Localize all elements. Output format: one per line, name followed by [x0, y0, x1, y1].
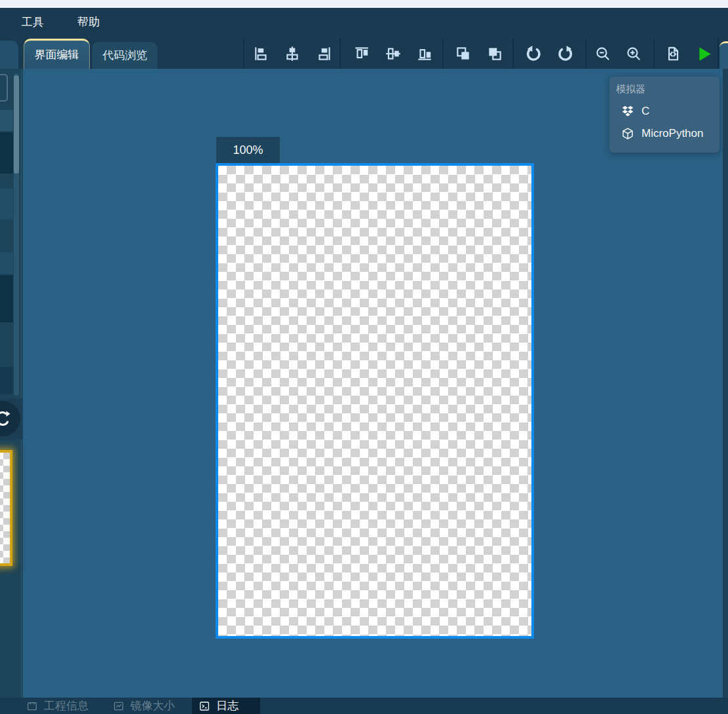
- palette-item[interactable]: [0, 252, 13, 274]
- palette-item[interactable]: [0, 110, 13, 131]
- page-thumbnail-selected[interactable]: [0, 450, 12, 566]
- cube-icon: [621, 127, 634, 140]
- window-top-strip: [0, 0, 728, 8]
- palette-item[interactable]: [0, 132, 13, 174]
- bottom-tab-log[interactable]: 日志: [192, 698, 260, 714]
- simulator-item-c-label: C: [642, 105, 649, 118]
- palette-item[interactable]: [0, 367, 13, 394]
- simulator-item-micropython[interactable]: MicroPython: [609, 124, 719, 143]
- run-icon[interactable]: [696, 45, 713, 62]
- toolbar-separator: [442, 38, 444, 69]
- align-right-icon[interactable]: [315, 45, 332, 62]
- toolbar-separator: [718, 38, 719, 69]
- canvas-zoom-value: 100%: [233, 143, 263, 157]
- toolbar-separator: [512, 38, 514, 69]
- canvas-zoom-label: 100%: [216, 137, 280, 164]
- simulator-item-micropython-label: MicroPython: [642, 127, 703, 140]
- mirror-size-icon: [113, 700, 125, 712]
- align-top-icon[interactable]: [353, 45, 370, 62]
- design-canvas[interactable]: [216, 163, 534, 639]
- zoom-out-icon[interactable]: [594, 45, 611, 62]
- align-left-icon[interactable]: [253, 45, 270, 62]
- toolbar-separator: [585, 38, 586, 69]
- palette-item[interactable]: [0, 275, 13, 322]
- tab-code-browse-label: 代码浏览: [103, 48, 147, 63]
- refresh-icon: [0, 409, 12, 428]
- redo-icon[interactable]: [557, 45, 574, 62]
- simulator-title: 模拟器: [616, 83, 645, 96]
- palette-search-box[interactable]: [0, 74, 8, 102]
- code-view-icon[interactable]: [664, 45, 681, 62]
- project-info-icon: [26, 700, 38, 712]
- tab-partial-right[interactable]: [719, 41, 728, 69]
- undo-icon[interactable]: [525, 45, 542, 62]
- palette-item[interactable]: [0, 189, 13, 219]
- simulator-item-c[interactable]: C: [609, 102, 719, 121]
- bottom-tab-project-info[interactable]: 工程信息: [20, 698, 95, 714]
- palette-scrollbar-thumb[interactable]: [14, 75, 19, 174]
- menu-tools[interactable]: 工具: [22, 8, 44, 36]
- widget-palette-sidebar: [0, 69, 23, 714]
- sidebar-edge-divider: [21, 69, 22, 714]
- align-center-horizontal-icon[interactable]: [284, 45, 301, 62]
- simulator-panel: 模拟器 C MicroPython: [609, 77, 719, 153]
- align-bottom-icon[interactable]: [416, 45, 433, 62]
- zoom-in-icon[interactable]: [625, 45, 642, 62]
- bring-forward-icon[interactable]: [455, 45, 472, 62]
- menu-help[interactable]: 帮助: [77, 8, 100, 36]
- gui-designer-window: 工具 帮助 界面编辑 代码浏览: [0, 0, 728, 714]
- bottom-tab-project-info-label: 工程信息: [44, 698, 88, 713]
- bottom-tab-mirror-size[interactable]: 镜像大小: [106, 698, 182, 714]
- right-panel-edge: [723, 69, 728, 698]
- send-backward-icon[interactable]: [486, 45, 503, 62]
- bottom-tab-mirror-size-label: 镜像大小: [130, 698, 175, 713]
- tab-partial-left[interactable]: [0, 41, 18, 69]
- menu-bar: 工具 帮助: [0, 8, 728, 36]
- dropbox-icon: [621, 105, 634, 118]
- toolbar-separator: [243, 38, 244, 69]
- align-middle-vertical-icon[interactable]: [385, 45, 402, 62]
- bottom-tab-log-label: 日志: [216, 698, 239, 713]
- log-icon: [199, 700, 210, 712]
- tab-interface-edit[interactable]: 界面编辑: [24, 39, 90, 69]
- bottom-status-bar: 工程信息 镜像大小 日志: [0, 698, 728, 714]
- toolbar-separator: [653, 38, 655, 69]
- tab-code-browse[interactable]: 代码浏览: [92, 42, 157, 69]
- tab-interface-edit-label: 界面编辑: [35, 47, 79, 62]
- tab-toolbar-row: 界面编辑 代码浏览: [0, 36, 728, 69]
- toolbar-separator: [339, 38, 341, 69]
